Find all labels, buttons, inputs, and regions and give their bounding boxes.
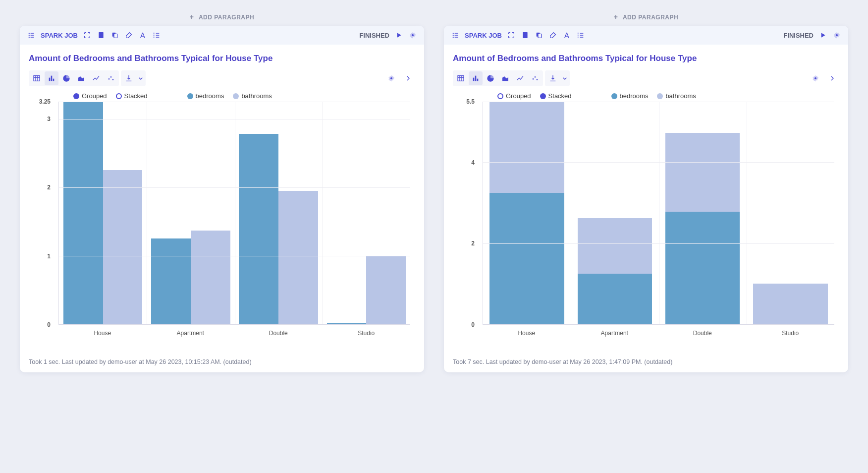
book-icon[interactable] [97, 31, 106, 40]
bar-bathrooms[interactable] [191, 231, 230, 324]
bar-bathrooms[interactable] [366, 256, 406, 324]
pie-chart-icon[interactable] [484, 71, 497, 85]
plus-icon: + [190, 13, 194, 21]
legend-grouped[interactable]: Grouped [73, 92, 107, 100]
download-icon[interactable] [122, 71, 136, 85]
play-icon[interactable] [394, 31, 403, 40]
bar-bedrooms[interactable] [63, 102, 103, 324]
erase-icon[interactable] [548, 31, 557, 40]
gear-icon[interactable] [408, 31, 417, 40]
segment-bedrooms[interactable] [578, 274, 652, 324]
scatter-chart-icon[interactable] [528, 71, 542, 85]
bar-bedrooms[interactable] [327, 323, 367, 324]
numbered-list-icon[interactable] [576, 31, 585, 40]
list-icon[interactable] [27, 31, 36, 40]
panel-header: SPARK JOB FINISHED [444, 26, 848, 45]
svg-point-8 [108, 78, 110, 80]
y-tick: 0 [471, 321, 475, 328]
expand-icon[interactable] [83, 31, 92, 40]
legend-series-group: bedrooms bathrooms [611, 92, 696, 100]
svg-rect-19 [477, 79, 479, 81]
x-tick: Double [234, 327, 323, 340]
x-tick: House [58, 327, 147, 340]
svg-rect-2 [114, 34, 117, 38]
svg-point-20 [533, 78, 534, 80]
legend-bathrooms[interactable]: bathrooms [233, 92, 271, 100]
gear-icon[interactable] [832, 31, 841, 40]
segment-bedrooms[interactable] [665, 212, 740, 324]
chevron-down-icon[interactable] [561, 71, 569, 85]
legend-bedrooms[interactable]: bedrooms [187, 92, 224, 100]
category [747, 102, 834, 324]
chart-area-2: 0245.5 HouseApartmentDoubleStudio [453, 102, 839, 340]
bar-bedrooms[interactable] [151, 238, 191, 324]
table-view-icon[interactable] [454, 71, 468, 85]
list-icon[interactable] [451, 31, 460, 40]
line-chart-icon[interactable] [513, 71, 527, 85]
svg-rect-4 [34, 76, 40, 81]
svg-rect-14 [538, 34, 542, 38]
scatter-chart-icon[interactable] [104, 71, 118, 85]
chart-gear-icon[interactable] [384, 71, 398, 85]
segment-bathrooms[interactable] [665, 133, 740, 212]
line-chart-icon[interactable] [89, 71, 103, 85]
bar-chart-icon[interactable] [469, 71, 483, 85]
add-paragraph-button[interactable]: + ADD PARAGRAPH [20, 10, 424, 26]
chart-type-group [29, 70, 119, 86]
expand-icon[interactable] [507, 31, 516, 40]
panel-body: Amount of Bedrooms and Bathrooms Typical… [20, 45, 424, 372]
segment-bathrooms[interactable] [753, 284, 828, 324]
segment-bathrooms[interactable] [578, 218, 652, 274]
legend-stacked[interactable]: Stacked [116, 92, 148, 100]
dot-icon [657, 93, 663, 99]
numbered-list-icon[interactable] [152, 31, 161, 40]
segment-bathrooms[interactable] [489, 102, 564, 193]
font-icon[interactable] [562, 31, 571, 40]
y-tick: 0 [47, 321, 51, 328]
y-tick: 5.5 [466, 98, 475, 105]
panel-header-right: FINISHED [359, 31, 417, 40]
area-chart-icon[interactable] [74, 71, 88, 85]
chart-title: Amount of Bedrooms and Bathrooms Typical… [29, 54, 415, 63]
category [59, 102, 147, 324]
table-view-icon[interactable] [30, 71, 44, 85]
bar-chart-icon[interactable] [45, 71, 58, 85]
legend-bedrooms[interactable]: bedrooms [611, 92, 649, 100]
legend-bathrooms[interactable]: bathrooms [657, 92, 696, 100]
category [483, 102, 571, 324]
erase-icon[interactable] [124, 31, 133, 40]
dot-icon [611, 93, 617, 99]
area-chart-icon[interactable] [498, 71, 512, 85]
chevron-right-icon[interactable] [825, 71, 839, 85]
play-icon[interactable] [818, 31, 827, 40]
legend-row: Grouped Stacked bedrooms bathrooms [29, 92, 415, 100]
bar-bathrooms[interactable] [103, 170, 143, 324]
font-icon[interactable] [138, 31, 147, 40]
legend-grouped[interactable]: Grouped [497, 92, 531, 100]
panel-2: SPARK JOB FINISHED Amount of Bedrooms an… [444, 26, 848, 372]
y-axis: 0245.5 [453, 102, 478, 325]
bar-bathrooms[interactable] [278, 191, 318, 324]
chevron-down-icon[interactable] [137, 71, 145, 85]
svg-rect-18 [475, 76, 477, 81]
svg-rect-12 [523, 32, 527, 38]
pie-chart-icon[interactable] [59, 71, 73, 85]
dot-icon [187, 93, 193, 99]
status-label: FINISHED [783, 32, 814, 39]
copy-icon[interactable] [535, 31, 543, 40]
bar-bedrooms[interactable] [239, 134, 278, 324]
legend-row: Grouped Stacked bedrooms bathrooms [453, 92, 839, 100]
panel-header: SPARK JOB FINISHED [20, 26, 424, 45]
add-paragraph-button[interactable]: + ADD PARAGRAPH [444, 10, 848, 26]
segment-bedrooms[interactable] [489, 193, 564, 324]
chart-gear-icon[interactable] [809, 71, 822, 85]
legend-stacked[interactable]: Stacked [540, 92, 572, 100]
svg-rect-6 [51, 76, 53, 81]
book-icon[interactable] [521, 31, 530, 40]
panel-wrap-2: + ADD PARAGRAPH SPARK JOB FINISHED [444, 10, 848, 372]
copy-icon[interactable] [110, 31, 119, 40]
chart-area-1: 01233.25 HouseApartmentDoubleStudio [29, 102, 415, 340]
chevron-right-icon[interactable] [401, 71, 415, 85]
y-tick: 3 [47, 116, 51, 122]
download-icon[interactable] [546, 71, 560, 85]
